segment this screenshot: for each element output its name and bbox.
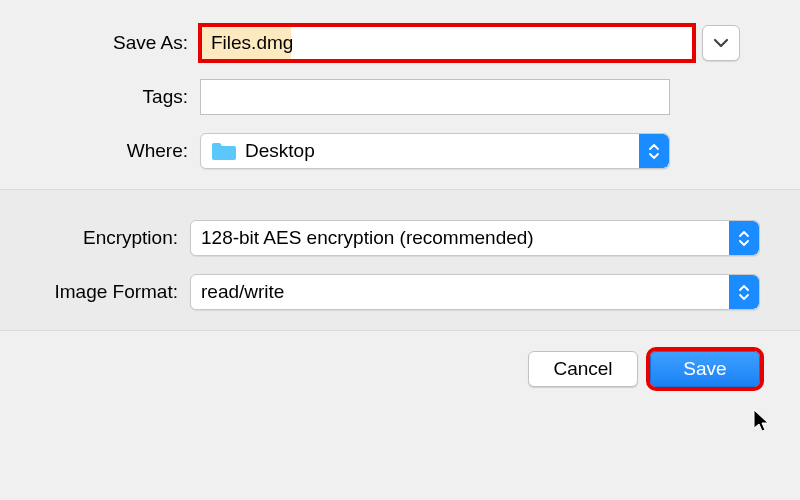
cancel-button[interactable]: Cancel [528, 351, 638, 387]
select-arrows-icon [639, 134, 669, 168]
image-format-row: Image Format: read/write [40, 274, 760, 310]
top-section: Save As: Tags: Where: Desktop [0, 0, 800, 189]
where-value: Desktop [245, 140, 639, 162]
action-buttons: Cancel Save [0, 331, 800, 407]
select-arrows-icon [729, 221, 759, 255]
tags-label: Tags: [60, 86, 200, 108]
options-section: Encryption: 128-bit AES encryption (reco… [0, 189, 800, 331]
image-format-control: read/write [190, 274, 760, 310]
save-dialog: Save As: Tags: Where: Desktop [0, 0, 800, 407]
save-button[interactable]: Save [650, 351, 760, 387]
cursor-pointer-icon [752, 408, 772, 434]
where-control: Desktop [200, 133, 670, 169]
image-format-select[interactable]: read/write [190, 274, 760, 310]
where-row: Where: Desktop [60, 133, 740, 169]
select-arrows-icon [729, 275, 759, 309]
where-select[interactable]: Desktop [200, 133, 670, 169]
image-format-label: Image Format: [40, 281, 190, 303]
folder-icon [211, 141, 237, 161]
save-as-row: Save As: [60, 25, 740, 61]
tags-row: Tags: [60, 79, 740, 115]
tags-input[interactable] [200, 79, 670, 115]
tags-control [200, 79, 670, 115]
expand-location-button[interactable] [702, 25, 740, 61]
encryption-label: Encryption: [40, 227, 190, 249]
image-format-value: read/write [201, 281, 729, 303]
save-as-input[interactable] [200, 25, 694, 61]
save-as-control [200, 25, 740, 61]
chevron-down-icon [713, 38, 729, 48]
encryption-control: 128-bit AES encryption (recommended) [190, 220, 760, 256]
where-label: Where: [60, 140, 200, 162]
encryption-select[interactable]: 128-bit AES encryption (recommended) [190, 220, 760, 256]
encryption-value: 128-bit AES encryption (recommended) [201, 227, 729, 249]
save-as-label: Save As: [60, 32, 200, 54]
encryption-row: Encryption: 128-bit AES encryption (reco… [40, 220, 760, 256]
